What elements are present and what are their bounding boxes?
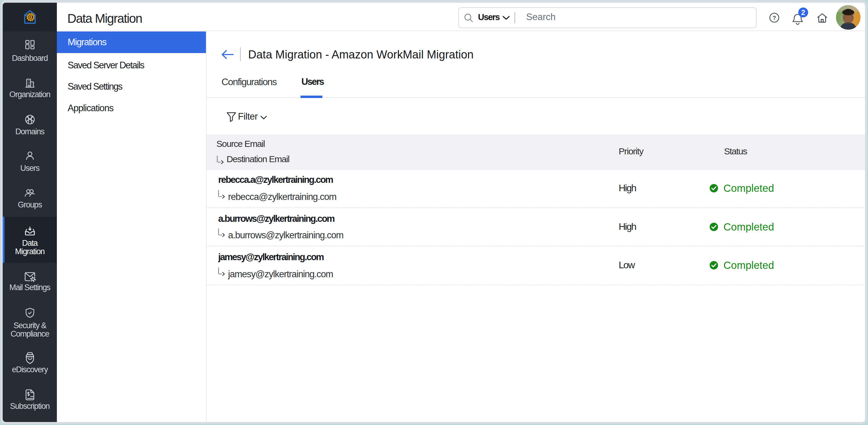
svg-text:?: ? — [773, 15, 776, 21]
